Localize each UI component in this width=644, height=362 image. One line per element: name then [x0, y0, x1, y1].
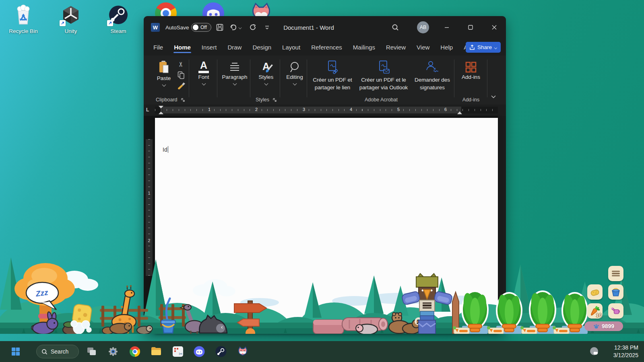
- hamburger-icon: [612, 270, 620, 277]
- washing-sponge[interactable]: [72, 304, 92, 325]
- taskbar-search[interactable]: Search: [36, 345, 79, 358]
- giraffe-pet[interactable]: [112, 285, 136, 333]
- autosave-toggle[interactable]: Off: [191, 16, 211, 39]
- minimize-button[interactable]: [439, 16, 455, 39]
- font-group-button[interactable]: A Font: [192, 60, 215, 86]
- search-button[interactable]: [392, 16, 399, 39]
- tab-insert[interactable]: Insert: [202, 39, 217, 56]
- dialog-launcher-icon[interactable]: [181, 98, 185, 102]
- undo-button[interactable]: [229, 16, 242, 39]
- request-signatures-button[interactable]: Demander des signatures: [412, 60, 453, 91]
- sponge-icon: [590, 287, 600, 297]
- right-indent-marker[interactable]: [457, 111, 462, 114]
- quick-access-menu-button[interactable]: [264, 16, 270, 39]
- undo-dropdown-icon[interactable]: [239, 26, 242, 29]
- game-bucket-button[interactable]: [608, 284, 623, 300]
- taskbar-app-explorer[interactable]: [150, 346, 162, 358]
- share-dropdown-icon: [494, 46, 497, 49]
- editing-group-button[interactable]: Editing: [283, 60, 306, 86]
- styles-group-button[interactable]: A Styles: [253, 60, 279, 86]
- desktop: Recycle Bin Unity: [0, 0, 644, 362]
- styles-label: Styles: [253, 74, 279, 80]
- scrollbar[interactable]: [498, 116, 506, 334]
- desktop-icon-recycle-bin[interactable]: Recycle Bin: [5, 3, 42, 34]
- start-button[interactable]: [10, 346, 22, 358]
- search-icon: [392, 24, 399, 31]
- vertical-ruler[interactable]: 1 2: [146, 139, 153, 276]
- tab-layout[interactable]: Layout: [282, 39, 300, 56]
- maximize-button[interactable]: [462, 16, 479, 39]
- game-menu-button[interactable]: [608, 266, 623, 281]
- document-area: 1 2 Id: [144, 116, 506, 334]
- tab-references[interactable]: References: [311, 39, 342, 56]
- tab-home[interactable]: Home: [174, 39, 191, 56]
- save-button[interactable]: [216, 16, 223, 39]
- paste-icon: [158, 60, 170, 74]
- discord-icon: [194, 346, 205, 357]
- paragraph-icon: [220, 60, 249, 74]
- tab-stop-selector[interactable]: L: [146, 107, 149, 113]
- capybara-pets[interactable]: [102, 323, 132, 334]
- hanging-indent-marker[interactable]: [159, 111, 163, 114]
- tab-review[interactable]: Review: [386, 39, 406, 56]
- addins-label: Add-ins: [458, 74, 483, 80]
- request-signatures-label: Demander des signatures: [412, 76, 453, 92]
- autosave-state: Off: [200, 25, 207, 30]
- taskbar-app-snipping-tool[interactable]: ✂: [172, 346, 184, 358]
- onedrive-tray-icon[interactable]: [588, 346, 601, 358]
- clipboard-small-buttons: ✂: [176, 60, 186, 91]
- share-label: Share: [477, 44, 492, 50]
- taskbar-app-steam[interactable]: [215, 346, 227, 358]
- taskbar-clock[interactable]: 12:38 PM 3/12/2025: [613, 344, 638, 359]
- create-pdf-share-link-button[interactable]: Créer un PDF et partager le lien: [309, 60, 356, 91]
- tab-design[interactable]: Design: [252, 39, 271, 56]
- paragraph-group-button[interactable]: Paragraph: [220, 60, 249, 86]
- tab-help[interactable]: Help: [440, 39, 453, 56]
- share-button[interactable]: Share: [466, 42, 501, 53]
- taskbar-app-settings[interactable]: [107, 346, 119, 358]
- collapse-ribbon-button[interactable]: [491, 93, 496, 101]
- desktop-icon-steam[interactable]: Steam: [100, 3, 137, 34]
- clipboard-group-label: Clipboard: [156, 97, 178, 103]
- steam-icon: [215, 346, 227, 357]
- format-painter-button[interactable]: [176, 80, 186, 91]
- taskbar-app-discord[interactable]: [193, 346, 205, 358]
- styles-dropdown-icon: [264, 82, 268, 86]
- document-text[interactable]: Id: [163, 146, 168, 153]
- close-button[interactable]: [486, 16, 502, 39]
- word-logo: W: [151, 16, 160, 39]
- addins-button[interactable]: Add-ins: [458, 60, 483, 80]
- first-line-indent-marker[interactable]: [159, 106, 163, 109]
- tab-mailings[interactable]: Mailings: [353, 39, 375, 56]
- horizontal-ruler[interactable]: L 1 2 3 4 5 6: [144, 105, 506, 116]
- game-watering-can-button[interactable]: [608, 303, 623, 319]
- game-sponge-button[interactable]: [587, 284, 603, 300]
- cut-button[interactable]: ✂: [176, 60, 186, 70]
- tab-draw[interactable]: Draw: [227, 39, 242, 56]
- divider: [217, 60, 217, 97]
- document-page[interactable]: Id: [155, 118, 498, 334]
- bunny-pet[interactable]: [31, 311, 58, 334]
- redo-icon: [249, 23, 257, 31]
- desktop-icon-unity[interactable]: Unity: [52, 3, 89, 34]
- pdf-outlook-icon: [377, 60, 390, 74]
- taskbar-app-fox-game[interactable]: [237, 346, 249, 358]
- dialog-launcher-icon[interactable]: [272, 98, 277, 102]
- tab-file[interactable]: File: [153, 39, 163, 56]
- copy-button[interactable]: [176, 70, 186, 80]
- editing-label: Editing: [283, 74, 306, 80]
- taskbar-app-chrome[interactable]: [129, 346, 141, 358]
- paste-button[interactable]: Paste: [154, 60, 173, 87]
- styles-group-label: Styles: [256, 97, 269, 103]
- styles-group-footer: Styles: [256, 97, 277, 103]
- tab-view[interactable]: View: [417, 39, 429, 56]
- create-pdf-outlook-button[interactable]: Créer un PDF et le partager via Outlook: [356, 60, 411, 91]
- game-carrot-button[interactable]: 10: [587, 303, 603, 319]
- desktop-icon-label: Recycle Bin: [5, 28, 42, 34]
- redo-button[interactable]: [249, 16, 257, 39]
- taskbar-app-windows[interactable]: [86, 346, 98, 358]
- rock-pet[interactable]: [63, 322, 80, 334]
- account-button[interactable]: AB: [417, 16, 429, 39]
- create-pdf-outlook-label: Créer un PDF et le partager via Outlook: [356, 76, 411, 92]
- paragraph-dropdown-icon: [233, 82, 237, 86]
